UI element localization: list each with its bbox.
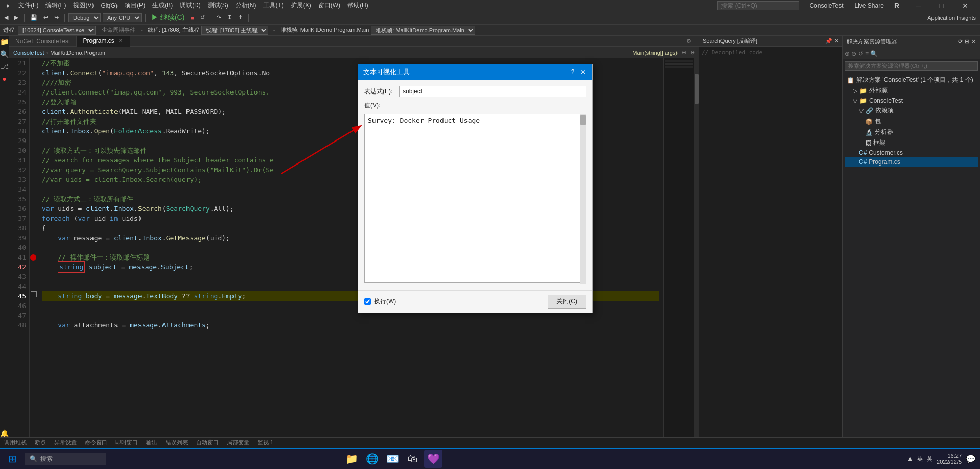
debug-tab-exceptions[interactable]: 异常设置 [54, 439, 77, 447]
taskbar-browser-icon[interactable]: 🌐 [363, 450, 381, 468]
thread-label: 线程: [17808] 主线程 [148, 26, 199, 34]
tab-nuget[interactable]: NuGet: ConsoleTest [9, 36, 77, 47]
wrap-checkbox[interactable] [364, 298, 371, 305]
menu-item-tools[interactable]: 工具(T) [260, 0, 286, 11]
taskbar-ms-store-icon[interactable]: 🛍 [404, 450, 422, 468]
app-insights-btn[interactable]: Application Insights [925, 14, 978, 22]
nav-method: Main(string[] args) [632, 50, 678, 56]
breakpoint-gutter [30, 58, 38, 437]
tab-program-cs[interactable]: Program.cs ✕ [77, 36, 130, 47]
debug-tab-auto[interactable]: 自动窗口 [196, 439, 219, 447]
menu-item-file[interactable]: 文件(F) [15, 0, 41, 11]
dialog-scrollbar[interactable] [580, 114, 586, 284]
step-over-btn[interactable]: ↷ [215, 13, 223, 22]
nav-collapse-icon[interactable]: ⊖ [690, 49, 695, 56]
menu-item-help[interactable]: 帮助(H) [344, 0, 371, 11]
tree-packages[interactable]: 📦 包 [845, 116, 978, 127]
taskbar-start-button[interactable]: ⊞ [4, 451, 20, 467]
activity-explorer-icon[interactable]: 📁 [1, 38, 9, 46]
search-query-close-icon[interactable]: ✕ [834, 38, 839, 44]
debug-tab-locals[interactable]: 局部变量 [227, 439, 249, 447]
stack-dropdown[interactable]: 堆栈帧: MailKitDemo.Program.Main [371, 26, 475, 35]
menu-item-test[interactable]: 测试(S) [205, 0, 231, 11]
menu-search-input[interactable] [717, 1, 799, 10]
menu-item-view[interactable]: 视图(V) [70, 0, 97, 11]
minimize-button[interactable]: ─ [906, 0, 930, 11]
toolbar-redo-btn[interactable]: ↪ [52, 13, 61, 22]
tree-customer-cs[interactable]: C# Customer.cs [845, 148, 978, 157]
value-textarea[interactable]: Survey: Docker Product Usage [364, 114, 586, 283]
tray-up-icon[interactable]: ▲ [907, 455, 913, 462]
thread-dropdown[interactable]: 线程: [17808] 主线程 [201, 26, 268, 35]
tree-external-sources[interactable]: ▷ 📁 外部源 [845, 85, 978, 96]
step-out-btn[interactable]: ↥ [236, 13, 245, 22]
toolbar-forward-btn[interactable]: ▶ [12, 13, 20, 22]
toolbar-stop-btn[interactable]: ■ [189, 14, 196, 22]
close-button[interactable]: ✕ [953, 0, 977, 11]
debug-tab-breakpoints[interactable]: 断点 [35, 439, 46, 447]
activity-git-icon[interactable]: ⎇ [1, 62, 9, 71]
tree-dependencies[interactable]: ▽ 🔗 依赖项 [845, 105, 978, 116]
toolbar: ◀ ▶ 💾 ↩ ↪ Debug Any CPU ▶ 继续(C) ■ ↺ ↷ ↧ … [0, 11, 980, 25]
taskbar: ⊞ 🔍 搜索 📁 🌐 📧 🛍 💜 ▲ 英 英 16:27 2022/12/5 💬 [0, 449, 980, 469]
debug-tab-callstack[interactable]: 调用堆栈 [4, 439, 27, 447]
taskbar-notification-icon[interactable]: 💬 [966, 454, 976, 464]
tree-program-cs[interactable]: C# Program.cs [845, 157, 978, 167]
debug-tab-immediate[interactable]: 即时窗口 [115, 439, 138, 447]
toolbar-back-btn[interactable]: ◀ [2, 13, 10, 22]
taskbar-files-icon[interactable]: 📁 [342, 450, 361, 468]
editor-minimap [663, 58, 694, 437]
toolbar-separator-5 [248, 14, 249, 22]
tab-program-cs-label: Program.cs [83, 37, 114, 44]
sol-sync-icon[interactable]: ⟳ [958, 38, 963, 45]
toolbar-save-btn[interactable]: 💾 [28, 13, 39, 22]
consoletest-icon: 📁 [859, 97, 867, 104]
menu-item-project[interactable]: 项目(P) [122, 0, 148, 11]
menu-item-debug[interactable]: 调试(D) [177, 0, 204, 11]
search-query-pin-icon[interactable]: 📌 [825, 38, 832, 44]
sol-close-icon[interactable]: ✕ [971, 38, 976, 45]
taskbar-vs-icon[interactable]: 💜 [424, 450, 442, 468]
tab-program-cs-close[interactable]: ✕ [118, 37, 124, 44]
taskbar-mail-icon[interactable]: 📧 [383, 450, 402, 468]
dialog-close-icon[interactable]: ✕ [579, 68, 587, 76]
debug-config-dropdown[interactable]: Debug [68, 13, 101, 22]
sol-filter-icon[interactable]: ⊞ [965, 38, 969, 45]
activity-search-icon[interactable]: 🔍 [1, 50, 9, 58]
debug-tab-errors[interactable]: 错误列表 [166, 439, 188, 447]
play-button[interactable]: ▶ 继续(C) [149, 13, 186, 22]
menu-item-build[interactable]: 生成(B) [149, 0, 176, 11]
menu-item-edit[interactable]: 编辑(E) [42, 0, 69, 11]
debug-tab-command[interactable]: 命令窗口 [85, 439, 107, 447]
dialog-close-button[interactable]: 关闭(C) [548, 295, 586, 309]
editor-vertical-scrollbar[interactable] [694, 58, 699, 437]
taskbar-time: 16:27 [937, 453, 962, 459]
solution-search-input[interactable] [845, 61, 978, 71]
solution-explorer-panel: 解决方案资源管理器 ⟳ ⊞ ✕ ⊕ ⊖ ↺ ≡ 🔍 📋 解决方案 'Consol… [842, 36, 980, 437]
nav-expand-icon[interactable]: ⊕ [682, 49, 686, 56]
restore-button[interactable]: □ [930, 0, 953, 11]
debug-tab-output[interactable]: 输出 [146, 439, 157, 447]
activity-debug-icon[interactable]: ● [1, 75, 9, 83]
step-into-btn[interactable]: ↧ [225, 13, 234, 22]
toolbar-restart-btn[interactable]: ↺ [198, 13, 207, 22]
process-dropdown[interactable]: [10624] ConsoleTest.exe [18, 26, 96, 35]
cpu-dropdown[interactable]: Any CPU [103, 13, 142, 22]
toolbar-undo-btn[interactable]: ↩ [41, 13, 50, 22]
taskbar-search-box[interactable]: 🔍 搜索 [25, 453, 106, 465]
menu-item-analyze[interactable]: 分析(N) [232, 0, 260, 11]
text-visualizer-dialog[interactable]: 文本可视化工具 ? ✕ 表达式(E): 值(V): Survey: Docker… [358, 64, 593, 313]
dialog-help-btn[interactable]: ? [569, 68, 577, 76]
debug-tab-watch[interactable]: 监视 1 [258, 439, 273, 447]
menu-item-window[interactable]: 窗口(W) [315, 0, 343, 11]
solution-root[interactable]: 📋 解决方案 'ConsoleTest' (1 个项目，共 1 个) [845, 75, 978, 85]
live-share-btn[interactable]: Live Share [852, 1, 887, 10]
tree-framework[interactable]: 🖼 框架 [845, 137, 978, 148]
menu-item-extensions[interactable]: 扩展(X) [288, 0, 314, 11]
expression-input[interactable] [399, 86, 586, 97]
external-sources-icon: 📁 [859, 87, 867, 95]
menu-item-git[interactable]: Git(G) [98, 1, 121, 10]
tree-consoletest[interactable]: ▽ 📁 ConsoleTest [845, 96, 978, 105]
tree-analyzers[interactable]: 🔬 分析器 [845, 127, 978, 137]
activity-notify-icon[interactable]: 🔔 [1, 429, 9, 437]
